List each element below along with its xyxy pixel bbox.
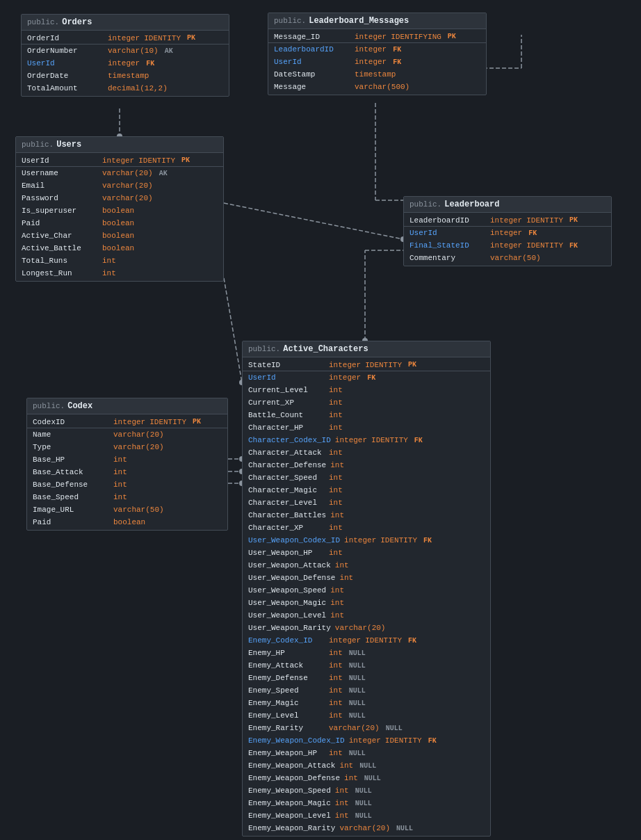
field-type: int [329,398,343,407]
field-type: varchar(20) [102,181,153,190]
lm-schema: public. [274,17,306,25]
field-name: UserId [27,59,104,67]
field-name: LeaderboardID [409,216,486,225]
field-type: int [113,468,127,476]
svg-line-2 [224,203,403,239]
users-schema: public. [22,140,54,149]
field-name: Base_Attack [33,468,109,476]
field-type: int [330,599,344,607]
field-modifier: IDENTITY [365,636,402,645]
table-row: OrderNumber varchar(10) AK [22,45,229,57]
table-row: User_Weapon_Codex_ID integer IDENTITY FK [243,534,490,547]
field-name: Character_Battles [248,511,326,519]
table-row: Character_Codex_ID integer IDENTITY FK [243,434,490,446]
orders-header: public. Orders [22,15,229,31]
field-type: int [339,761,353,770]
field-name: Name [33,430,109,439]
field-name: Current_XP [248,398,325,407]
table-row: User_Weapon_Magic int [243,597,490,609]
lb-body: LeaderboardID integer IDENTITY PK UserId… [404,213,611,266]
users-body: UserId integer IDENTITY PK Username varc… [16,153,223,281]
table-row: Base_Speed int [27,491,227,503]
field-type: boolean [102,244,134,252]
ac-header: public. Active_Characters [243,341,490,357]
field-type: varchar(20) [329,724,380,732]
field-type: int [329,486,343,494]
table-row: LeaderboardID integer FK [268,43,486,56]
field-modifier: IDENTITY [138,156,175,165]
field-type: varchar(20) [339,824,390,832]
field-badge: FK [391,58,403,66]
field-type: int [330,461,344,469]
field-name: OrderNumber [27,47,104,55]
field-type: int [329,474,343,482]
field-type: int [329,686,343,695]
table-row: Character_Magic int [243,484,490,496]
field-badge: NULL [362,775,383,782]
field-name: Character_Attack [248,449,325,457]
table-row: UserId integer FK [268,56,486,68]
field-type: int [330,586,344,595]
field-badge: NULL [384,725,405,732]
table-row: Enemy_Weapon_Attack int NULL [243,759,490,772]
field-name: Base_Defense [33,480,109,489]
field-name: Enemy_Weapon_Codex_ID [248,736,345,745]
field-badge: PK [446,33,458,40]
table-row: Battle_Count int [243,409,490,421]
field-type: int [329,423,343,432]
field-name: Enemy_Weapon_Magic [248,799,331,807]
field-badge: NULL [394,825,415,832]
table-row: Longest_Run int [16,267,223,280]
field-name: Active_Battle [22,244,98,252]
field-badge: PK [179,156,192,164]
table-row: Active_Battle boolean [16,242,223,255]
table-row: Character_XP int [243,522,490,534]
field-name: DateStamp [274,70,350,79]
field-type: integer [344,536,376,544]
field-name: Total_Runs [22,257,98,265]
field-type: integer [329,373,361,382]
field-name: Final_StateID [409,241,486,250]
field-name: User_Weapon_Defense [248,574,335,582]
field-badge: PK [190,418,203,426]
field-name: User_Weapon_Attack [248,561,331,570]
field-type: integer [108,59,140,67]
field-modifier: IDENTITY [371,436,408,444]
field-name: Base_Speed [33,493,109,501]
field-type: boolean [102,219,134,227]
field-badge: NULL [353,812,374,820]
field-name: Enemy_Magic [248,699,325,707]
leaderboard-messages-header: public. Leaderboard_Messages [268,13,486,29]
ac-schema: public. [248,345,280,353]
table-row: UserId integer FK [404,227,611,239]
field-type: int [113,493,127,501]
table-row: Character_Battles int [243,509,490,522]
field-name: CodexID [33,418,109,426]
field-type: boolean [113,518,145,526]
field-name: Enemy_HP [248,649,325,657]
field-name: Email [22,181,98,190]
field-name: Character_XP [248,524,325,532]
table-row: Commentary varchar(50) [404,252,611,264]
table-row: Password varchar(20) [16,192,223,204]
users-header: public. Users [16,137,223,153]
field-name: User_Weapon_Level [248,611,326,620]
table-row: Character_Attack int [243,446,490,459]
field-badge: NULL [353,787,374,795]
field-type: int [329,649,343,657]
field-type: integer [355,45,387,54]
field-name: User_Weapon_Speed [248,586,326,595]
field-badge: FK [406,637,419,645]
table-row: Enemy_Magic int NULL [243,697,490,709]
field-name: UserId [248,373,325,382]
table-row: Enemy_HP int NULL [243,647,490,659]
table-row: StateID integer IDENTITY PK [243,359,490,371]
field-modifier: IDENTITY [385,736,422,745]
table-row: User_Weapon_Rarity varchar(20) [243,622,490,634]
field-badge: FK [144,60,156,67]
table-row: User_Weapon_Level int [243,609,490,622]
leaderboard-header: public. Leaderboard [404,197,611,213]
table-row: UserId integer IDENTITY PK [16,154,223,167]
table-row: Current_XP int [243,396,490,409]
table-row: Character_Speed int [243,471,490,484]
